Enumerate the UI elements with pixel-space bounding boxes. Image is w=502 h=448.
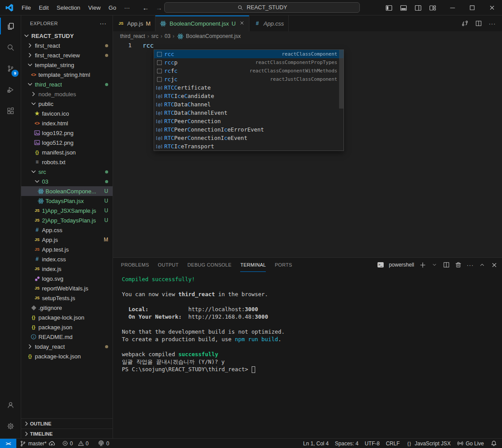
panel-tab-problems[interactable]: PROBLEMS [121, 258, 149, 272]
tree-item[interactable]: template_string [21, 60, 113, 70]
window-maximize-button[interactable] [462, 0, 482, 15]
tab-BooleanComponent.jsx[interactable]: BooleanComponent.jsxU [155, 15, 249, 31]
tree-item[interactable]: logo512.png [21, 138, 113, 147]
command-center-search[interactable]: REACT_STUDY [164, 2, 360, 13]
window-minimize-button[interactable] [442, 0, 462, 15]
tree-item[interactable]: JSindex.js [21, 264, 113, 274]
tree-item[interactable]: today_react [21, 342, 113, 351]
panel-tab-debug-console[interactable]: DEBUG CONSOLE [188, 258, 232, 272]
breadcrumb-item[interactable]: third_react [120, 33, 145, 39]
back-arrow-icon[interactable]: ← [142, 4, 149, 11]
breadcrumb-item[interactable]: src [151, 33, 159, 39]
menu-file[interactable]: File [18, 4, 35, 12]
tree-item[interactable]: {}package.json [21, 322, 113, 332]
tree-item[interactable]: JS1)App_JSXSample.jsU [21, 206, 113, 215]
tree-item[interactable]: TodaysPlan.jsxU [21, 196, 113, 206]
trash-icon[interactable] [455, 261, 462, 268]
panel-tab-ports[interactable]: PORTS [275, 258, 292, 272]
plus-icon[interactable] [419, 261, 426, 268]
tree-item[interactable]: ★favicon.ico [21, 109, 113, 118]
suggestion-item[interactable]: [@]RTCPeerConnectionIceEvent [154, 134, 343, 142]
suggestion-item[interactable]: rccreactClassComponent [154, 50, 343, 58]
tree-item[interactable]: third_react [21, 79, 113, 89]
tree-item[interactable]: ≡robots.txt [21, 157, 113, 167]
tree-item[interactable]: {}package-lock.json [21, 351, 113, 361]
activity-accounts[interactable] [0, 394, 21, 415]
tree-item[interactable]: <>template_string.html [21, 70, 113, 79]
split-icon[interactable] [443, 261, 450, 268]
tree-item[interactable]: node_modules [21, 89, 113, 99]
status-notifications[interactable] [487, 439, 500, 448]
tree-item[interactable]: logo192.png [21, 128, 113, 138]
tree-item[interactable]: {}package-lock.json [21, 312, 113, 322]
tree-item[interactable]: src [21, 167, 113, 177]
suggestion-item[interactable]: rcfcreactClassComponentWithMethods [154, 67, 343, 75]
panel-tab-output[interactable]: OUTPUT [158, 258, 179, 272]
sidebar-section-outline[interactable]: OUTLINE [21, 419, 113, 429]
tree-item[interactable]: #index.css [21, 254, 113, 264]
suggestion-item[interactable]: rcjcreactJustClassComponent [154, 75, 343, 83]
suggestion-item[interactable]: [@]RTCDataChannel [154, 100, 343, 109]
status-git-branch[interactable]: master* [16, 439, 58, 448]
tree-item[interactable]: logo.svg [21, 274, 113, 283]
tree-item[interactable]: 03 [21, 177, 113, 186]
breadcrumb[interactable]: third_react›src›03›BooleanComponent.jsx [113, 31, 502, 41]
suggestion-item[interactable]: rccpreactClassComponentPropTypes [154, 58, 343, 67]
ellipsis-icon[interactable]: ··· [489, 20, 496, 27]
terminal-shell-label[interactable]: powershell [389, 262, 414, 268]
status-encoding[interactable]: UTF-8 [362, 439, 383, 448]
tree-item[interactable]: JS2)App_TodaysPlan.jsU [21, 215, 113, 225]
activity-search[interactable] [0, 37, 21, 58]
window-close-button[interactable] [482, 0, 502, 15]
layout-panel-icon[interactable] [400, 4, 407, 11]
menu-edit[interactable]: Edit [35, 4, 53, 12]
forward-arrow-icon[interactable]: → [155, 4, 162, 11]
status-problems[interactable]: 00 [58, 439, 94, 448]
chevron-down-small-icon[interactable] [431, 261, 438, 268]
tab-App.js[interactable]: JSApp.jsM [113, 15, 155, 31]
breadcrumb-item[interactable]: 03 [165, 33, 170, 39]
status-go-live[interactable]: Go Live [454, 439, 487, 448]
status-language-mode[interactable]: {}JavaScript JSX [403, 439, 453, 448]
tab-close-icon[interactable] [239, 20, 245, 27]
status-eol[interactable]: CRLF [383, 439, 403, 448]
panel-tab-terminal[interactable]: TERMINAL [240, 258, 266, 272]
tree-item[interactable]: JSApp.jsM [21, 235, 113, 245]
tree-item[interactable]: {}manifest.json [21, 147, 113, 157]
tree-item[interactable]: README.md [21, 332, 113, 342]
tree-root[interactable]: REACT_STUDY [21, 31, 113, 41]
tree-item[interactable]: .gitignore [21, 303, 113, 312]
layout-sidebar-icon[interactable] [385, 4, 393, 11]
activity-settings[interactable] [0, 415, 21, 437]
terminal-output[interactable]: Compiled successfully! You can now view … [113, 272, 502, 438]
suggestion-item[interactable]: [@]RTCDataChannelEvent [154, 109, 343, 117]
suggestion-item[interactable]: [@]RTCPeerConnectionIceErrorEvent [154, 125, 343, 134]
menu-view[interactable]: View [84, 4, 105, 12]
tree-item[interactable]: <>index.html [21, 118, 113, 128]
status-cursor-position[interactable]: Ln 1, Col 4 [300, 439, 332, 448]
tree-item[interactable]: public [21, 99, 113, 109]
suggestion-item[interactable]: [@]RTCIceCandidate [154, 92, 343, 100]
tree-item[interactable]: JSsetupTests.js [21, 293, 113, 303]
tree-item[interactable]: first_react [21, 41, 113, 50]
ellipsis-icon[interactable]: ··· [467, 261, 474, 268]
suggestion-item[interactable]: [@]RTCIceTransport [154, 142, 343, 151]
chevron-up-icon[interactable] [479, 261, 486, 268]
layout-customize-icon[interactable] [429, 4, 436, 11]
compare-icon[interactable] [461, 20, 468, 27]
tree-item[interactable]: BooleanCompone...U [21, 186, 113, 196]
tree-item[interactable]: #App.css [21, 225, 113, 235]
suggestion-item[interactable]: [@]RTCCertificate [154, 83, 343, 92]
activity-explorer[interactable] [0, 15, 21, 37]
menu-more[interactable]: ··· [120, 4, 134, 12]
editor-pane[interactable]: 1rcc rccreactClassComponentrccpreactClas… [113, 41, 502, 257]
sidebar-more-actions[interactable]: ··· [100, 20, 106, 27]
menu-selection[interactable]: Selection [53, 4, 84, 12]
layout-sidebar-right-icon[interactable] [415, 4, 422, 11]
activity-source-control[interactable]: 9 [0, 58, 21, 79]
tree-item[interactable]: JSreportWebVitals.js [21, 283, 113, 293]
activity-run-debug[interactable] [0, 79, 21, 100]
close-icon[interactable] [491, 261, 498, 268]
breadcrumb-file[interactable]: BooleanComponent.jsx [186, 33, 241, 39]
activity-extensions[interactable] [0, 100, 21, 121]
